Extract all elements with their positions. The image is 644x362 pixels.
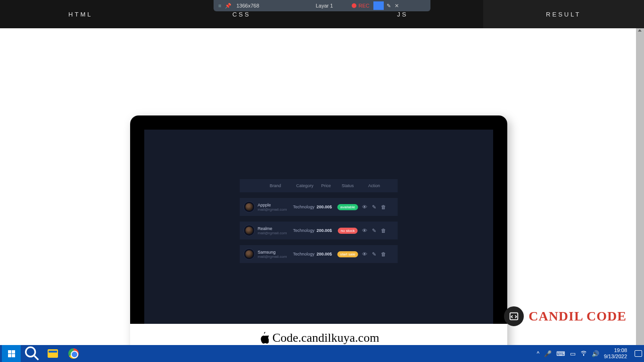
result-pane: Brand Category Price Status Action Apppl…	[0, 28, 636, 345]
screen-recorder-bar: ≡ 📌 644x362 Layar 1 REC ✎ ✕	[214, 0, 430, 11]
brand-name: Samsung	[258, 250, 293, 255]
eye-icon[interactable]: 👁	[362, 228, 367, 233]
search-button[interactable]	[23, 345, 41, 362]
category-cell: Technology	[293, 205, 317, 209]
imac-screen: Brand Category Price Status Action Apppl…	[144, 130, 493, 324]
product-table: Brand Category Price Status Action Apppl…	[240, 179, 398, 263]
delete-icon[interactable]: 🗑	[381, 204, 386, 210]
watermark-text: CANDIL CODE	[528, 309, 627, 324]
folder-icon	[48, 349, 58, 358]
eye-icon[interactable]: 👁	[362, 204, 367, 210]
table-row: Realme mail@rgmail.com Technology 200.00…	[240, 222, 398, 239]
file-explorer-button[interactable]	[43, 345, 62, 362]
pencil-icon[interactable]: ✎	[387, 3, 391, 9]
tray-chevron-icon[interactable]: ^	[537, 350, 539, 357]
table-header: Brand Category Price Status Action	[240, 179, 398, 192]
imac-mockup: Brand Category Price Status Action Apppl…	[130, 115, 507, 352]
taskbar-clock[interactable]: 19:08 9/13/2022	[604, 347, 627, 360]
battery-icon[interactable]: ▭	[570, 350, 576, 357]
price-cell: 200.00$	[317, 228, 336, 233]
taskbar-date: 9/13/2022	[604, 354, 627, 360]
delete-icon[interactable]: 🗑	[381, 251, 386, 257]
svg-point-1	[26, 347, 35, 357]
windows-icon	[8, 350, 15, 357]
avatar	[244, 201, 255, 213]
category-cell: Technology	[293, 252, 317, 256]
wifi-icon[interactable]	[580, 350, 587, 358]
th-price: Price	[317, 183, 336, 188]
tab-result[interactable]: RESULT	[483, 0, 644, 28]
th-action: Action	[360, 183, 388, 188]
edit-icon[interactable]: ✎	[372, 204, 376, 210]
avatar	[244, 248, 255, 260]
category-cell: Technology	[293, 228, 317, 233]
th-category: Category	[293, 183, 317, 188]
stop-button[interactable]	[373, 1, 384, 10]
svg-line-2	[34, 356, 38, 360]
eye-icon[interactable]: 👁	[362, 251, 367, 257]
code-badge-icon	[504, 306, 524, 326]
brand-mail: mail@rgmail.com	[258, 207, 293, 212]
pin-icon[interactable]: 📌	[225, 3, 231, 9]
apple-icon	[258, 332, 269, 344]
imac-label: Code.candilkuya.com	[272, 331, 380, 345]
brand-name: Appple	[258, 203, 293, 207]
table-row: Appple mail@rgmail.com Technology 200.00…	[240, 198, 398, 216]
recorder-layer[interactable]: Layar 1	[316, 3, 333, 8]
recorder-dimensions: 644x362	[236, 3, 259, 8]
tab-html[interactable]: HTML	[0, 0, 161, 28]
scrollbar[interactable]	[636, 28, 644, 345]
microphone-icon[interactable]: 🎤	[544, 350, 552, 357]
windows-taskbar: ^ 🎤 ⌨ ▭ 🔊 19:08 9/13/2022	[0, 345, 644, 362]
scrollbar-thumb[interactable]	[636, 28, 644, 345]
status-badge: start sale	[337, 251, 358, 257]
brand-mail: mail@rgmail.com	[258, 231, 293, 235]
notification-icon[interactable]	[635, 350, 642, 357]
price-cell: 200.00$	[317, 205, 336, 209]
svg-point-3	[583, 355, 584, 355]
close-icon[interactable]: ✕	[395, 3, 399, 9]
edit-icon[interactable]: ✎	[372, 228, 376, 234]
avatar	[244, 225, 255, 236]
status-badge: no stock	[338, 228, 358, 234]
th-brand: Brand	[258, 183, 293, 188]
menu-icon[interactable]: ≡	[218, 3, 221, 8]
edit-icon[interactable]: ✎	[372, 251, 376, 257]
th-status: Status	[336, 183, 360, 188]
chrome-button[interactable]	[64, 345, 83, 362]
start-button[interactable]	[2, 345, 21, 362]
taskbar-time: 19:08	[604, 347, 627, 354]
brand-name: Realme	[258, 226, 293, 231]
candil-watermark: CANDIL CODE	[504, 306, 627, 326]
table-row: Samsung mail@rgmail.com Technology 200.0…	[240, 245, 398, 263]
record-dot-icon	[352, 3, 356, 8]
status-badge: available	[338, 204, 358, 210]
brand-mail: mail@rgmail.com	[258, 255, 293, 259]
chrome-icon	[68, 348, 79, 359]
keyboard-icon[interactable]: ⌨	[556, 350, 565, 357]
price-cell: 200.00$	[317, 252, 336, 256]
record-label[interactable]: REC	[358, 3, 369, 8]
volume-icon[interactable]: 🔊	[592, 350, 599, 357]
delete-icon[interactable]: 🗑	[381, 228, 386, 233]
